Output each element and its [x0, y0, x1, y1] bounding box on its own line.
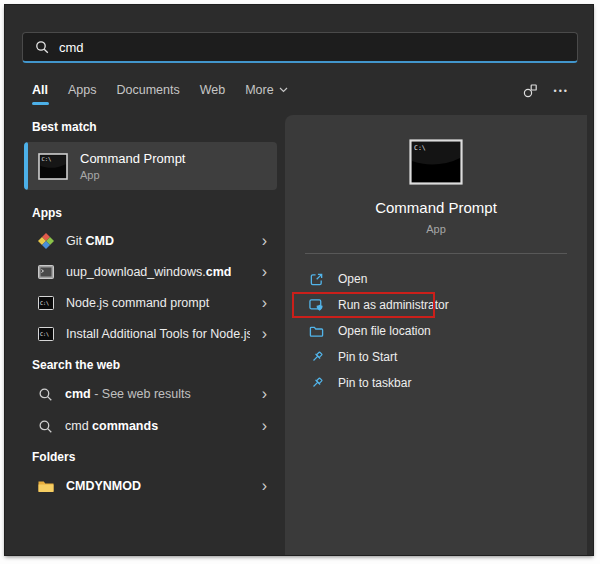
- svg-text:C:\: C:\: [40, 300, 49, 306]
- preview-title: Command Prompt: [375, 199, 497, 216]
- command-prompt-large-icon: C:\: [409, 139, 463, 185]
- preview-panel: C:\ Command Prompt App Open: [285, 115, 587, 555]
- chevron-right-icon: ›: [262, 233, 267, 249]
- best-match-subtitle: App: [80, 169, 185, 181]
- filter-tabs: All Apps Documents Web More: [32, 83, 288, 105]
- action-run-as-administrator[interactable]: Run as administrator: [285, 292, 587, 318]
- section-header-web: Search the web: [32, 358, 120, 372]
- result-install-additional-tools[interactable]: C:\ Install Additional Tools for Node.js…: [24, 320, 277, 348]
- result-folder-cmdynmod[interactable]: CMDYNMOD ›: [24, 472, 277, 500]
- admin-shield-icon: [309, 298, 324, 313]
- context-actions: Open Run as administrator Open file loca…: [285, 266, 587, 396]
- result-label: cmd commands: [65, 419, 250, 433]
- result-web-cmd-commands[interactable]: cmd commands ›: [24, 412, 277, 440]
- divider: [305, 253, 567, 254]
- result-label: cmd - See web results: [65, 387, 250, 401]
- search-flyout-window: All Apps Documents Web More ••• Best mat…: [5, 5, 593, 555]
- tab-apps[interactable]: Apps: [68, 83, 97, 105]
- best-match-command-prompt[interactable]: C:\ Command Prompt App: [24, 142, 277, 190]
- folder-icon: [38, 480, 54, 493]
- git-diamond-icon: [38, 233, 54, 249]
- folder-outline-icon: [309, 324, 324, 339]
- action-label: Open file location: [338, 324, 431, 338]
- tab-documents[interactable]: Documents: [116, 83, 179, 105]
- result-label: uup_download_windows.cmd: [66, 265, 250, 279]
- terminal-window-icon: C:\: [38, 327, 54, 341]
- action-pin-to-taskbar[interactable]: Pin to taskbar: [285, 370, 587, 396]
- action-pin-to-start[interactable]: Pin to Start: [285, 344, 587, 370]
- magnifier-icon: [38, 387, 53, 402]
- result-label: Git CMD: [66, 234, 250, 248]
- action-label: Open: [338, 272, 367, 286]
- result-label: Install Additional Tools for Node.js: [66, 327, 250, 341]
- chevron-right-icon: ›: [262, 478, 267, 494]
- pushpin-icon: [309, 376, 324, 391]
- search-bar[interactable]: [22, 32, 578, 63]
- pushpin-icon: [309, 350, 324, 365]
- windows-search-screenshot: All Apps Documents Web More ••• Best mat…: [0, 0, 600, 564]
- chevron-right-icon: ›: [262, 386, 267, 402]
- selection-accent-bar: [24, 142, 28, 190]
- svg-text:C:\: C:\: [41, 156, 51, 162]
- action-open[interactable]: Open: [285, 266, 587, 292]
- result-label: Node.js command prompt: [66, 296, 250, 310]
- batch-file-icon: [38, 265, 54, 279]
- best-match-title: Command Prompt: [80, 151, 185, 166]
- result-uup-download-windows-cmd[interactable]: uup_download_windows.cmd ›: [24, 258, 277, 286]
- result-web-cmd[interactable]: cmd - See web results ›: [24, 380, 277, 408]
- chevron-right-icon: ›: [262, 295, 267, 311]
- search-input[interactable]: [59, 40, 565, 55]
- chevron-down-icon: [279, 87, 288, 93]
- action-label: Pin to taskbar: [338, 376, 411, 390]
- section-header-apps: Apps: [32, 206, 62, 220]
- tab-more-label: More: [245, 83, 273, 97]
- chevron-right-icon: ›: [262, 418, 267, 434]
- more-options-icon[interactable]: •••: [554, 86, 569, 96]
- chevron-right-icon: ›: [262, 326, 267, 342]
- section-header-folders: Folders: [32, 450, 75, 464]
- terminal-window-icon: C:\: [38, 296, 54, 310]
- app-window-icon[interactable]: [522, 83, 538, 99]
- search-icon: [35, 40, 49, 54]
- tab-web[interactable]: Web: [200, 83, 225, 105]
- result-git-cmd[interactable]: Git CMD ›: [24, 227, 277, 255]
- magnifier-icon: [38, 419, 53, 434]
- svg-text:C:\: C:\: [40, 331, 49, 337]
- result-label: CMDYNMOD: [66, 479, 250, 493]
- action-label: Run as administrator: [338, 298, 449, 312]
- tabs-right-icons: •••: [522, 83, 569, 99]
- tab-all[interactable]: All: [32, 83, 48, 105]
- section-header-best-match: Best match: [32, 120, 97, 134]
- chevron-right-icon: ›: [262, 264, 267, 280]
- best-match-text: Command Prompt App: [80, 151, 185, 181]
- svg-text:C:\: C:\: [414, 144, 426, 152]
- result-nodejs-command-prompt[interactable]: C:\ Node.js command prompt ›: [24, 289, 277, 317]
- action-open-file-location[interactable]: Open file location: [285, 318, 587, 344]
- action-label: Pin to Start: [338, 350, 397, 364]
- tab-more[interactable]: More: [245, 83, 287, 105]
- preview-subtitle: App: [426, 223, 446, 235]
- command-prompt-icon: C:\: [38, 153, 68, 180]
- open-external-icon: [309, 272, 324, 287]
